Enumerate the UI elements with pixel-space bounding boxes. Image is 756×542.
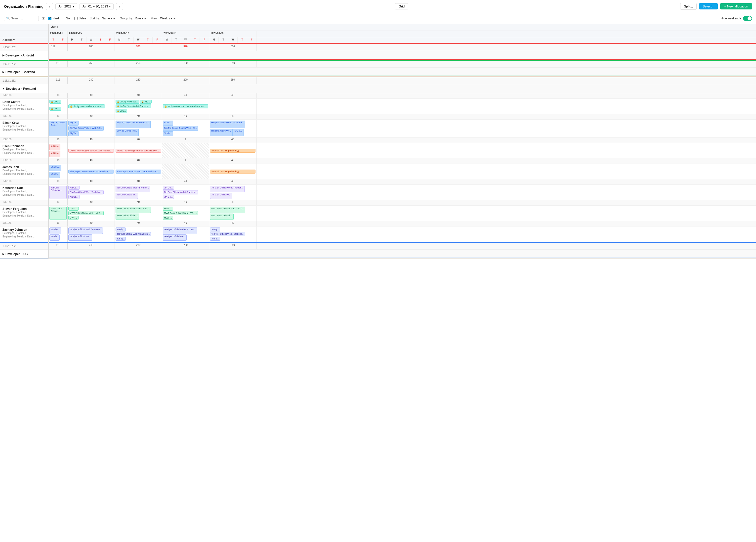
zachary-chip-0a[interactable]: TerFlye... (49, 227, 61, 234)
katherine-chip-1a[interactable]: 7th Ge... (68, 186, 80, 190)
steven-chip-3a[interactable]: MWT ... (163, 206, 173, 210)
katherine-chip-2a[interactable]: 7th Gen Official Web / Fronten... (116, 186, 150, 192)
steven-chip-1b[interactable]: MWT Polar Official Web – V2 / ... (68, 211, 104, 215)
steven-chip-4b[interactable]: MWT Polar Official ... (210, 213, 234, 220)
group-select[interactable]: Role ▾ (134, 16, 147, 20)
eileen-chip-1c[interactable]: SkyTa... (68, 131, 79, 136)
date-range-selector[interactable]: Jun 01 – 30, 2023 ▾ (80, 3, 114, 9)
katherine-chip-3b[interactable]: 7th Gen Official Web / Stabiliza... (163, 190, 198, 194)
james-chip-0b[interactable]: Sharp... (49, 172, 60, 178)
brian-chip-2a[interactable]: 🔒 JitCity News We... (116, 100, 139, 104)
ios-group-header[interactable]: ▶ Developer - iOS (0, 249, 48, 258)
james-chip-0a[interactable]: SharpS... (49, 165, 61, 171)
eileen-chip-1b[interactable]: SkyTag Group Tickets Web / St... (68, 126, 104, 131)
hard-checkbox-label[interactable]: Hard (48, 17, 59, 20)
zachary-chip-2a[interactable]: TerFly... (116, 227, 126, 231)
james-chip-2[interactable]: SharpSport Events Web / Frontend – Video… (116, 169, 161, 173)
ellen-chip-0a[interactable]: Odius ... (49, 144, 60, 150)
zachary-chip-4b[interactable]: TerFlyer Official Web / Stabiliza... (210, 232, 245, 236)
eileen-chip-3b[interactable]: SkyTag Group Tickets Web / St... (163, 126, 198, 131)
grid-view-button[interactable]: Grid (395, 3, 409, 9)
actions-header[interactable]: Actions ▾ (0, 37, 48, 43)
steven-chip-1c[interactable]: MWT ... (68, 216, 79, 220)
month-selector[interactable]: Jun 2023 ▾ (55, 3, 77, 9)
katherine-chip-1c[interactable]: 7th Ge... (68, 195, 80, 199)
hard-checkbox[interactable] (48, 17, 51, 20)
backend-expand-icon: ▶ (2, 71, 4, 73)
view-select[interactable]: Weekly ▾ (159, 16, 176, 20)
james-chip-1[interactable]: SharpSport Events Web / Frontend – Video… (68, 169, 114, 173)
katherine-chip-0[interactable]: 7th Gen Official W... (49, 186, 67, 199)
katherine-chip-3a[interactable]: 7th Ge... (163, 186, 174, 190)
steven-chip-2b[interactable]: MWT Polar Official ... (116, 213, 139, 220)
steven-chip-3b[interactable]: MWT Polar Official Web – V2 / ... (163, 211, 198, 215)
brian-chip-2d[interactable]: 🔒 JitC... (116, 109, 127, 113)
backend-group-header[interactable]: ▶ Developer - Backend (0, 68, 48, 77)
katherine-chip-2b[interactable]: 7th Gen Official W... (116, 193, 138, 199)
select-button[interactable]: Select... (699, 3, 718, 9)
week-header-left (0, 31, 48, 37)
eileen-chip-4a[interactable]: Hinigma News Web / Frontend ... (210, 121, 245, 128)
frontend-group-header[interactable]: ▼ Developer - Frontend (0, 84, 48, 93)
steven-chip-2a[interactable]: MWT Polar Official Web – V2 / ... (116, 206, 151, 213)
zachary-chip-4a[interactable]: TerFly... (210, 227, 220, 231)
backend-cap-row: 112 256 256 160 240 (49, 61, 756, 68)
sales-checkbox[interactable] (74, 17, 78, 20)
nav-next-button[interactable]: › (116, 3, 123, 10)
brian-chip-2b[interactable]: 🔒 JitC... (140, 100, 152, 104)
filter-button[interactable]: ⧖ (42, 16, 45, 20)
steven-chip-3c[interactable]: MWT ... (163, 216, 173, 220)
james-chip-4[interactable]: Internal / Training (8h / day) (210, 169, 255, 173)
eileen-roles: Developer - Frontend,Engineering, Metric… (2, 124, 46, 131)
katherine-chip-4b[interactable]: 7th Gen Official W... (210, 193, 232, 199)
steven-chip-1a[interactable]: MWT ... (68, 206, 79, 210)
steven-chip-0[interactable]: MWT Polar Official ... (49, 206, 67, 220)
soft-checkbox-label[interactable]: Soft (62, 17, 71, 20)
ellen-roles: Developer - Frontend,Engineering, Metric… (2, 148, 46, 155)
steven-chip-4a[interactable]: MWT Polar Official Web – V2 / ... (210, 206, 245, 213)
zachary-chip-1b[interactable]: TerFlyer Official We... (68, 234, 92, 241)
james-week0: SharpS... Sharp... (49, 164, 68, 179)
zachary-chip-2b[interactable]: TerFlyer Official Web / Stabiliza... (116, 232, 151, 236)
zachary-chip-1a[interactable]: TerFlyer Official Web / Fronten... (68, 227, 103, 234)
eileen-chip-2a[interactable]: SkyTag Group Tickets Web / Fr... (116, 121, 151, 128)
zachary-chip-3b[interactable]: TerFlyer Official We... (163, 234, 187, 241)
brian-chip-0b[interactable]: 🔒 JitC... (49, 107, 61, 111)
brian-chip-2c[interactable]: 🔒 JitCity News Web / Stabiliza... (116, 104, 151, 108)
hide-weekends-toggle[interactable] (743, 16, 752, 21)
eileen-chip-4b[interactable]: Hinigma News We... (210, 129, 233, 136)
katherine-chip-3c[interactable]: 7th Ge... (163, 195, 174, 199)
ellen-chip-1[interactable]: Odius Technology Internal Social Network… (68, 149, 114, 153)
day-col-W2: W (86, 37, 96, 43)
brian-chip-0a[interactable]: 🔒 JitC... (49, 100, 61, 104)
nav-prev-button[interactable]: ‹ (46, 3, 53, 10)
eileen-chip-4c[interactable]: SkyTa... (233, 129, 244, 136)
brian-chip-3[interactable]: 🔒 JitCity News Web / Frontend – Privacy … (163, 104, 208, 108)
ellen-label: Ellen Robinson Developer - Frontend,Engi… (0, 143, 48, 158)
katherine-chip-1b[interactable]: 7th Gen Official Web / Stabiliza... (68, 190, 104, 194)
android-group-header[interactable]: ▶ Developer - Android (0, 51, 48, 60)
ellen-chip-4[interactable]: Internal / Training (8h / day) (210, 149, 255, 153)
eileen-chip-2b[interactable]: SkyTag Group Tick... (116, 129, 139, 136)
android-cap-row: 112 280 320 320 304 (49, 44, 756, 51)
new-allocation-button[interactable]: + New allocation (720, 3, 752, 9)
zachary-chip-2c[interactable]: TerFly... (116, 237, 126, 241)
zachary-chip-3a[interactable]: TerFlyer Official Web / Fronten... (163, 227, 197, 234)
sort-select[interactable]: Name ▾ (101, 16, 116, 20)
day-col-M3: M (115, 37, 124, 43)
eileen-chip-3a[interactable]: SkyTa... (163, 121, 173, 125)
brian-chip-1[interactable]: 🔒 JitCity News Web / Frontend... (68, 104, 105, 108)
soft-checkbox[interactable] (62, 17, 65, 20)
ellen-chip-0b[interactable]: Odius ... (49, 151, 60, 157)
search-box[interactable]: 🔍 (4, 16, 39, 21)
split-button[interactable]: Split... (680, 3, 697, 10)
ellen-chip-2[interactable]: Odius Technology Internal Social Network… (116, 149, 161, 153)
katherine-chip-4a[interactable]: 7th Gen Official Web / Fronten... (210, 186, 245, 192)
eileen-chip-3c[interactable]: SkyTa... (163, 131, 173, 136)
zachary-chip-4c[interactable]: TerFly... (210, 237, 220, 241)
eileen-chip-1a[interactable]: SkyTa... (68, 121, 79, 125)
zachary-chip-0b[interactable]: TerFly... (49, 234, 60, 241)
eileen-chip-0[interactable]: SkyTag Group Tick... (49, 121, 67, 136)
search-input[interactable] (11, 17, 37, 20)
sales-checkbox-label[interactable]: Sales (74, 17, 86, 20)
